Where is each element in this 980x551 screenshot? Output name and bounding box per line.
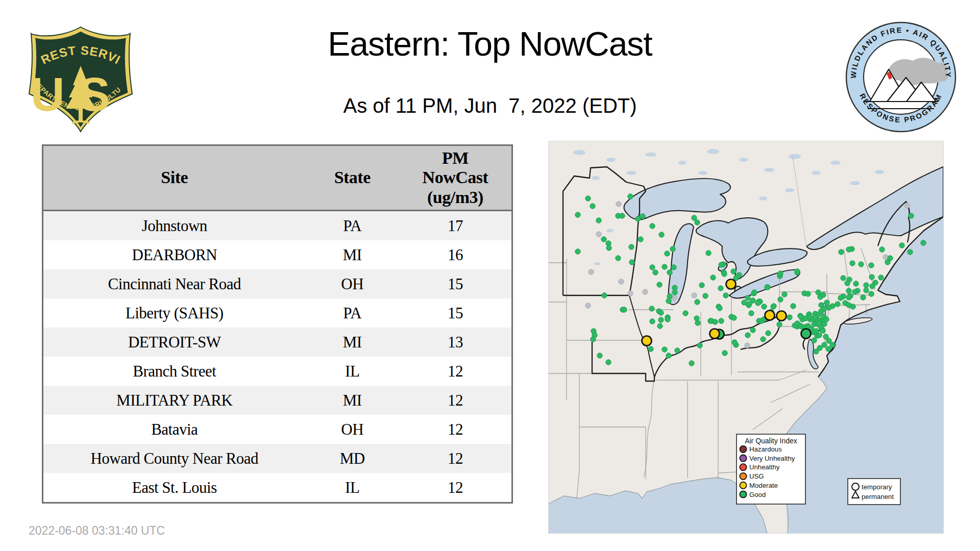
good-site-marker [667, 270, 672, 275]
good-site-marker [846, 288, 851, 293]
good-site-marker [650, 223, 655, 229]
table-cell: 12 [399, 386, 512, 415]
good-site-marker [692, 215, 697, 220]
good-site-marker [805, 291, 811, 296]
good-site-marker [822, 342, 827, 347]
good-site-marker [575, 249, 580, 254]
good-site-marker [695, 220, 700, 225]
good-site-marker [755, 300, 761, 306]
wildland-fire-air-quality-logo: WILDLAND FIRE • AIR QUALITY RESPONSE PRO… [843, 20, 959, 135]
good-site-marker [662, 347, 667, 352]
table-cell: MI [306, 386, 399, 415]
good-site-marker [616, 256, 621, 261]
good-site-marker [629, 244, 634, 249]
good-site-marker [585, 196, 591, 201]
good-site-marker [777, 322, 782, 327]
good-site-marker [899, 243, 904, 248]
good-site-marker [845, 281, 850, 286]
good-site-marker [879, 247, 885, 252]
table-row: Branch StreetIL12 [43, 357, 512, 386]
good-site-marker [824, 300, 829, 305]
good-site-marker [658, 317, 664, 322]
good-site-marker [745, 295, 750, 300]
good-temporary-site-marker [801, 329, 811, 339]
table-row: DETROIT-SWMI13 [43, 328, 512, 357]
table-cell: 16 [399, 240, 512, 269]
good-site-marker [638, 237, 643, 242]
good-site-marker [697, 343, 702, 348]
good-site-marker [675, 348, 680, 353]
good-site-marker [822, 306, 827, 311]
good-site-marker [795, 269, 800, 274]
table-cell: 15 [399, 269, 512, 298]
good-site-marker [747, 302, 752, 307]
good-site-marker [878, 275, 884, 280]
good-site-marker [850, 261, 855, 266]
good-site-marker [628, 194, 633, 199]
good-site-marker [869, 291, 874, 296]
good-site-marker [719, 318, 724, 323]
no-data-site-marker [904, 203, 910, 208]
table-cell: Batavia [43, 415, 306, 444]
good-site-marker [722, 350, 727, 356]
good-site-marker [750, 328, 755, 333]
good-site-marker [850, 304, 855, 309]
table-row: Cincinnati Near RoadOH15 [43, 269, 512, 298]
no-data-site-marker [589, 269, 594, 274]
good-site-marker [766, 331, 771, 336]
good-site-marker [778, 271, 783, 276]
table-row: East St. LouisIL12 [43, 473, 512, 503]
good-site-marker [648, 346, 653, 352]
good-site-marker [649, 306, 654, 311]
good-site-marker [665, 251, 670, 256]
good-site-marker [717, 306, 722, 311]
good-site-marker [869, 274, 874, 280]
good-site-marker [909, 213, 914, 218]
good-site-marker [762, 304, 767, 309]
table-cell: IL [306, 473, 399, 503]
table-row: JohnstownPA17 [43, 211, 512, 241]
no-data-site-marker [745, 343, 750, 348]
table-cell: 13 [399, 328, 512, 357]
table-cell: MILITARY PARK [43, 386, 306, 415]
good-site-marker [838, 295, 843, 300]
good-site-marker [853, 281, 859, 286]
aqi-swatch-icon [740, 473, 746, 480]
good-site-marker [657, 323, 663, 329]
table-cell: MD [306, 444, 399, 473]
table-cell: 12 [399, 473, 512, 503]
good-site-marker [602, 293, 607, 298]
good-site-marker [830, 342, 835, 347]
table-header-row: Site State PM NowCast (ug/m3) [43, 145, 512, 211]
good-site-marker [620, 213, 625, 218]
good-site-marker [719, 262, 724, 267]
site-type-legend: temporary permanent [848, 479, 900, 505]
air-quality-map: Air Quality Index HazardousVery Unhealth… [548, 141, 944, 534]
good-site-marker [813, 315, 818, 320]
table-cell: 15 [399, 298, 512, 328]
good-site-marker [703, 293, 708, 298]
good-site-marker [591, 337, 596, 342]
table-row: Howard County Near RoadMD12 [43, 444, 512, 473]
temporary-label: temporary [862, 483, 892, 491]
good-site-marker [689, 361, 694, 366]
good-site-marker [731, 315, 737, 320]
nowcast-table: Site State PM NowCast (ug/m3) JohnstownP… [42, 144, 513, 504]
column-header-state: State [306, 145, 399, 211]
good-site-marker [908, 249, 913, 255]
table-cell: OH [306, 415, 399, 444]
good-site-marker [885, 260, 890, 265]
generation-timestamp: 2022-06-08 03:31:40 UTC [29, 524, 165, 538]
aqi-swatch-icon [740, 491, 746, 497]
no-data-site-marker [692, 293, 697, 298]
good-site-marker [778, 297, 783, 302]
good-site-marker [659, 232, 664, 237]
good-site-marker [761, 337, 766, 342]
good-site-marker [665, 317, 670, 322]
good-site-marker [787, 315, 792, 320]
good-site-marker [841, 276, 846, 281]
good-site-marker [846, 247, 851, 252]
permanent-label: permanent [862, 493, 894, 500]
good-site-marker [745, 333, 750, 338]
good-site-marker [771, 304, 776, 309]
